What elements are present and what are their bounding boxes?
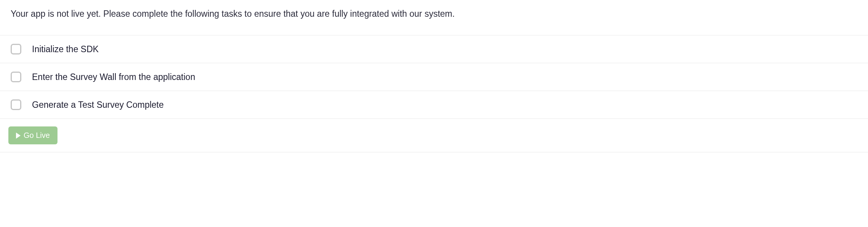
footer-actions: Go Live: [0, 119, 868, 152]
task-list: Initialize the SDK Enter the Survey Wall…: [0, 35, 868, 119]
task-label: Generate a Test Survey Complete: [32, 100, 164, 110]
task-item-enter-survey-wall: Enter the Survey Wall from the applicati…: [0, 63, 868, 91]
task-item-generate-test-survey: Generate a Test Survey Complete: [0, 91, 868, 119]
checkbox-icon[interactable]: [11, 44, 21, 54]
go-live-button[interactable]: Go Live: [8, 126, 57, 144]
checkbox-icon[interactable]: [11, 99, 21, 110]
intro-message: Your app is not live yet. Please complet…: [0, 0, 868, 35]
play-icon: [16, 133, 21, 139]
task-item-initialize-sdk: Initialize the SDK: [0, 35, 868, 63]
integration-checklist-panel: Your app is not live yet. Please complet…: [0, 0, 868, 152]
task-label: Initialize the SDK: [32, 44, 99, 54]
checkbox-icon[interactable]: [11, 72, 21, 82]
task-label: Enter the Survey Wall from the applicati…: [32, 72, 195, 82]
go-live-label: Go Live: [24, 131, 50, 140]
